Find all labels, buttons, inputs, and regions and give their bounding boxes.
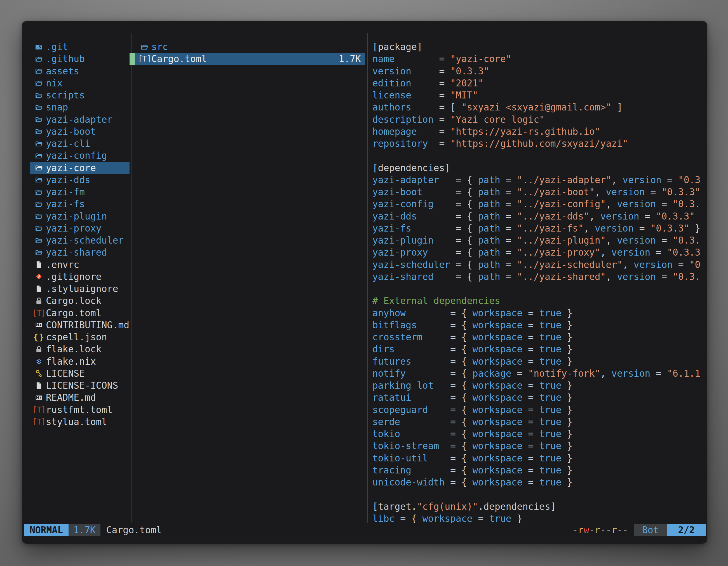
- item-label: LICENSE-ICONS: [46, 379, 118, 391]
- preview-line: tokio-util = { workspace = true }: [372, 452, 704, 464]
- desktop: { "colors": { "accent_blue": "#55a0d8", …: [0, 0, 728, 566]
- item-label: .envrc: [46, 259, 79, 271]
- toml-icon: [T]: [35, 405, 43, 414]
- item-label: CONTRIBUTING.md: [46, 319, 129, 331]
- cursor-ratio-badge: 2/2: [667, 524, 706, 536]
- file-icon: [35, 381, 43, 390]
- file-row-license-icons[interactable]: LICENSE-ICONS: [30, 379, 130, 391]
- preview-line: yazi-proxy = { path = "../yazi-proxy", v…: [372, 247, 704, 259]
- folder-row-yazi-dds[interactable]: yazi-dds: [30, 174, 130, 186]
- scroll-position-badge: Bot: [634, 524, 667, 536]
- toml-icon: [T]: [140, 54, 149, 64]
- file-row-rustfmttoml[interactable]: [T]rustfmt.toml: [30, 404, 130, 416]
- preview-line: yazi-config = { path = "../yazi-config",…: [372, 198, 704, 210]
- preview-line: yazi-fs = { path = "../yazi-fs", version…: [372, 222, 704, 234]
- file-row-contributingmd[interactable]: CONTRIBUTING.md: [30, 319, 130, 331]
- preview-line: yazi-boot = { path = "../yazi-boot", ver…: [372, 186, 704, 198]
- file-preview-pane: [package]name = "yazi-core"version = "0.…: [372, 41, 704, 523]
- folder-row-github[interactable]: .github: [30, 53, 130, 65]
- file-row-cspelljson[interactable]: {}cspell.json: [30, 331, 130, 343]
- item-label: flake.lock: [46, 343, 102, 355]
- folder-row-yazi-core[interactable]: yazi-core: [30, 162, 130, 174]
- status-bar: NORMAL 1.7K Cargo.toml -rw-r--r-- Bot 2/…: [24, 524, 706, 536]
- preview-line: version = "0.3.3": [372, 65, 704, 77]
- folder-icon: [35, 200, 43, 209]
- mode-badge: NORMAL: [24, 524, 69, 536]
- item-label: .git: [46, 41, 68, 53]
- item-label: yazi-cli: [46, 138, 90, 150]
- file-row-cargotoml[interactable]: [T]Cargo.toml1.7K: [130, 53, 365, 65]
- item-label: .gitignore: [46, 271, 102, 283]
- preview-line: anyhow = { workspace = true }: [372, 307, 704, 319]
- braces-icon: {}: [35, 332, 43, 342]
- folder-row-yazi-fs[interactable]: yazi-fs: [30, 198, 130, 210]
- folder-row-yazi-shared[interactable]: yazi-shared: [30, 247, 130, 259]
- item-label: Cargo.lock: [46, 295, 102, 307]
- item-label: snap: [46, 101, 68, 113]
- folder-row-nix[interactable]: nix: [30, 77, 130, 89]
- preview-line: tokio-stream = { workspace = true }: [372, 440, 704, 452]
- folder-icon: [35, 115, 43, 124]
- item-label: .styluaignore: [46, 283, 118, 295]
- preview-line: yazi-adapter = { path = "../yazi-adapter…: [372, 174, 704, 186]
- preview-line: crossterm = { workspace = true }: [372, 331, 704, 343]
- item-label: assets: [46, 65, 79, 77]
- current-directory-pane: src[T]Cargo.toml1.7K: [130, 41, 365, 65]
- folder-row-yazi-plugin[interactable]: yazi-plugin: [30, 210, 130, 222]
- folder-row-git[interactable]: .git: [30, 41, 130, 53]
- preview-line: edition = "2021": [372, 77, 704, 89]
- pane-separator: [367, 33, 368, 523]
- folder-row-yazi-adapter[interactable]: yazi-adapter: [30, 114, 130, 126]
- preview-line: license = "MIT": [372, 89, 704, 101]
- lock-icon: [35, 296, 43, 305]
- preview-line: yazi-shared = { path = "../yazi-shared",…: [372, 271, 704, 283]
- git-folder-icon: [35, 42, 43, 52]
- file-row-flakenix[interactable]: ❄flake.nix: [30, 355, 130, 367]
- file-row-styluatoml[interactable]: [T]stylua.toml: [30, 416, 130, 428]
- folder-row-yazi-scheduler[interactable]: yazi-scheduler: [30, 234, 130, 247]
- folder-row-yazi-cli[interactable]: yazi-cli: [30, 138, 130, 150]
- item-label: yazi-config: [46, 150, 107, 162]
- file-row-envrc[interactable]: .envrc: [30, 259, 130, 271]
- preview-line: yazi-scheduler = { path = "../yazi-sched…: [372, 259, 704, 271]
- folder-row-scripts[interactable]: scripts: [30, 89, 130, 101]
- folder-icon: [35, 248, 43, 257]
- file-icon: [35, 260, 43, 269]
- preview-line: repository = "https://github.com/sxyazi/…: [372, 138, 704, 150]
- item-label: LICENSE: [46, 367, 85, 379]
- file-row-license[interactable]: LICENSE: [30, 367, 130, 379]
- folder-icon: [35, 236, 43, 245]
- preview-line: parking_lot = { workspace = true }: [372, 379, 704, 391]
- file-row-flakelock[interactable]: flake.lock: [30, 343, 130, 355]
- folder-row-yazi-config[interactable]: yazi-config: [30, 150, 130, 162]
- folder-row-yazi-proxy[interactable]: yazi-proxy: [30, 222, 130, 234]
- preview-line: [372, 488, 704, 500]
- folder-row-assets[interactable]: assets: [30, 65, 130, 77]
- item-label: yazi-plugin: [46, 210, 107, 222]
- folder-row-yazi-fm[interactable]: yazi-fm: [30, 186, 130, 198]
- preview-line: [dependencies]: [372, 162, 704, 174]
- file-row-styluaignore[interactable]: .styluaignore: [30, 283, 130, 295]
- preview-line: ratatui = { workspace = true }: [372, 391, 704, 403]
- file-row-gitignore[interactable]: .gitignore: [30, 271, 130, 283]
- file-row-readmemd[interactable]: README.md: [30, 391, 130, 403]
- folder-row-yazi-boot[interactable]: yazi-boot: [30, 126, 130, 138]
- preview-line: description = "Yazi core logic": [372, 114, 704, 126]
- item-label: yazi-boot: [46, 126, 96, 138]
- markdown-icon: [35, 393, 43, 402]
- folder-icon: [35, 54, 43, 64]
- status-bar-right: -rw-r--r-- Bot 2/2: [572, 524, 706, 536]
- selection-marker: [130, 53, 135, 65]
- preview-line: serde = { workspace = true }: [372, 416, 704, 428]
- folder-icon: [35, 103, 43, 112]
- file-row-cargotoml[interactable]: [T]Cargo.toml: [30, 307, 130, 319]
- item-label: rustfmt.toml: [46, 404, 112, 416]
- preview-line: [372, 150, 704, 162]
- file-row-cargolock[interactable]: Cargo.lock: [30, 295, 130, 307]
- markdown-icon: [35, 320, 43, 330]
- folder-icon: [35, 127, 43, 136]
- folder-row-snap[interactable]: snap: [30, 101, 130, 113]
- folder-icon: [140, 42, 149, 52]
- folder-row-src[interactable]: src: [130, 41, 365, 53]
- lock-icon: [35, 344, 43, 354]
